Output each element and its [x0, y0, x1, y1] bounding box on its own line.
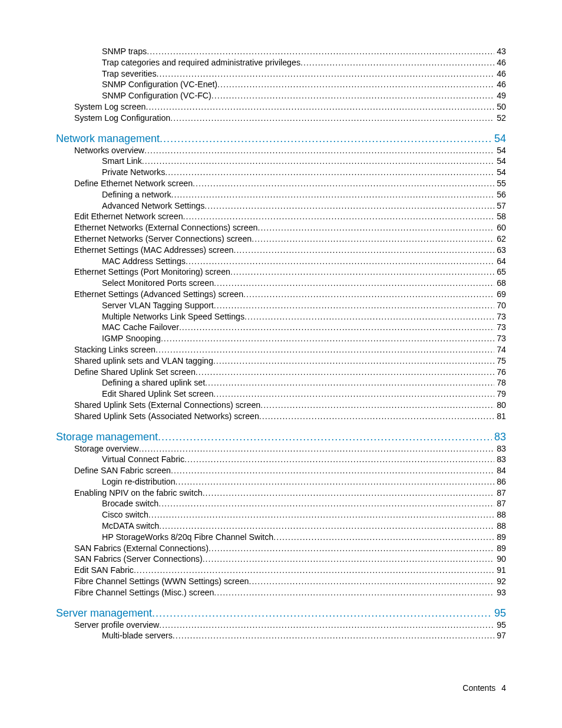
toc-entry-page: 87 — [494, 487, 506, 499]
toc-entry[interactable]: Server management.......................… — [56, 607, 506, 620]
toc-entry[interactable]: SNMP Configuration (VC-FC)..............… — [56, 90, 506, 101]
toc-entry-title: Edit Shared Uplink Set screen — [102, 388, 213, 400]
toc-entry[interactable]: Advanced Network Settings...............… — [56, 200, 506, 212]
toc-entry-page: 54 — [494, 145, 506, 156]
page: SNMP traps..............................… — [0, 0, 562, 728]
toc-entry-title: Login re-distribution — [102, 476, 176, 487]
toc-entry[interactable]: HP StorageWorks 8/20q Fibre Channel Swit… — [56, 532, 506, 543]
toc-leader-dots: ........................................… — [158, 430, 492, 443]
toc-entry[interactable]: Defining a shared uplink set............… — [56, 377, 506, 388]
toc-leader-dots: ........................................… — [186, 256, 494, 267]
toc-entry[interactable]: System Log screen.......................… — [56, 101, 506, 113]
toc-leader-dots: ........................................… — [142, 156, 494, 167]
toc-leader-dots: ........................................… — [209, 543, 494, 554]
toc-entry[interactable]: Multi-blade servers.....................… — [56, 630, 506, 641]
toc-entry-page: 70 — [494, 300, 506, 311]
toc-entry[interactable]: Network management......................… — [56, 132, 506, 145]
toc-entry-title: Fibre Channel Settings (WWN Settings) sc… — [74, 576, 249, 587]
toc-entry[interactable]: Private Networks........................… — [56, 167, 506, 178]
toc-entry[interactable]: MAC Address Settings....................… — [56, 256, 506, 267]
toc-entry[interactable]: Edit Shared Uplink Set screen...........… — [56, 388, 506, 400]
toc-leader-dots: ........................................… — [259, 411, 494, 422]
toc-entry-page: 90 — [494, 554, 506, 565]
toc-leader-dots: ........................................… — [249, 576, 494, 587]
toc-leader-dots: ........................................… — [184, 454, 494, 465]
toc-entry-page: 93 — [494, 587, 506, 598]
toc-entry[interactable]: Defining a network......................… — [56, 189, 506, 200]
toc-entry-title: SNMP traps — [102, 46, 147, 57]
toc-entry[interactable]: Server profile overview.................… — [56, 620, 506, 631]
toc-leader-dots: ........................................… — [300, 57, 494, 68]
toc-entry[interactable]: Networks overview.......................… — [56, 145, 506, 156]
toc-entry-page: 88 — [494, 509, 506, 521]
toc-entry[interactable]: Virtual Connect Fabric..................… — [56, 454, 506, 465]
toc-entry[interactable]: Ethernet Settings (Advanced Settings) sc… — [56, 289, 506, 300]
toc-entry-page: 54 — [492, 132, 506, 145]
toc-entry[interactable]: Fibre Channel Settings (Misc.) screen...… — [56, 587, 506, 598]
toc-entry[interactable]: Edit SAN Fabric.........................… — [56, 565, 506, 576]
toc-entry[interactable]: Ethernet Networks (Server Connections) s… — [56, 233, 506, 245]
toc-entry[interactable]: System Log Configuration................… — [56, 113, 506, 124]
toc-entry-page: 87 — [494, 498, 506, 509]
toc-entry-title: Server management — [56, 607, 152, 620]
toc-leader-dots: ........................................… — [233, 245, 494, 256]
toc-entry[interactable]: Ethernet Networks (External Connections)… — [56, 222, 506, 233]
toc-entry-page: 92 — [494, 576, 506, 587]
toc-entry[interactable]: Cisco switch............................… — [56, 509, 506, 521]
toc-entry[interactable]: Storage management......................… — [56, 430, 506, 443]
toc-entry[interactable]: Define SAN Fabric screen................… — [56, 465, 506, 476]
toc-entry[interactable]: SNMP Configuration (VC-Enet)............… — [56, 79, 506, 90]
toc-entry[interactable]: MAC Cache Failover......................… — [56, 322, 506, 333]
table-of-contents: SNMP traps..............................… — [56, 46, 506, 641]
toc-entry[interactable]: Shared Uplink Sets (External Connections… — [56, 400, 506, 411]
toc-entry[interactable]: Storage overview........................… — [56, 443, 506, 454]
toc-entry-title: Advanced Network Settings — [102, 200, 204, 212]
toc-entry[interactable]: Smart Link..............................… — [56, 156, 506, 167]
toc-leader-dots: ........................................… — [260, 400, 494, 411]
toc-entry[interactable]: IGMP Snooping...........................… — [56, 333, 506, 344]
toc-entry[interactable]: Login re-distribution...................… — [56, 476, 506, 487]
toc-entry[interactable]: SAN Fabrics (Server Connections)........… — [56, 554, 506, 565]
toc-entry[interactable]: Stacking Links screen...................… — [56, 344, 506, 355]
toc-entry[interactable]: Brocade switch..........................… — [56, 498, 506, 509]
toc-entry[interactable]: Trap severities.........................… — [56, 68, 506, 80]
toc-entry-title: Smart Link — [102, 156, 142, 167]
toc-entry-page: 73 — [494, 333, 506, 344]
toc-entry[interactable]: Fibre Channel Settings (WWN Settings) sc… — [56, 576, 506, 587]
toc-entry[interactable]: SNMP traps..............................… — [56, 46, 506, 57]
toc-entry-title: Private Networks — [102, 167, 165, 178]
toc-entry[interactable]: Server VLAN Tagging Support.............… — [56, 300, 506, 311]
toc-entry-title: Ethernet Networks (Server Connections) s… — [74, 233, 252, 245]
toc-entry[interactable]: Define Shared Uplink Set screen.........… — [56, 367, 506, 378]
toc-leader-dots: ........................................… — [213, 355, 494, 367]
toc-entry-page: 60 — [494, 222, 506, 233]
toc-entry[interactable]: Select Monitored Ports screen...........… — [56, 278, 506, 289]
footer-label: Contents — [462, 683, 495, 693]
toc-entry[interactable]: Ethernet Settings (Port Monitoring) scre… — [56, 266, 506, 278]
toc-entry-page: 73 — [494, 311, 506, 322]
toc-entry[interactable]: Edit Ethernet Network screen............… — [56, 211, 506, 222]
toc-entry[interactable]: Enabling NPIV on the fabric switch......… — [56, 487, 506, 499]
toc-leader-dots: ........................................… — [214, 587, 494, 598]
toc-entry[interactable]: Multiple Networks Link Speed Settings...… — [56, 311, 506, 322]
toc-leader-dots: ........................................… — [158, 498, 494, 509]
toc-leader-dots: ........................................… — [257, 222, 494, 233]
toc-leader-dots: ........................................… — [159, 620, 494, 631]
toc-entry[interactable]: SAN Fabrics (External Connections)......… — [56, 543, 506, 554]
toc-entry-title: McDATA switch — [102, 521, 159, 532]
toc-entry-title: Ethernet Settings (Advanced Settings) sc… — [74, 289, 243, 300]
toc-entry[interactable]: Ethernet Settings (MAC Addresses) screen… — [56, 245, 506, 256]
toc-leader-dots: ........................................… — [148, 509, 494, 521]
toc-entry[interactable]: Define Ethernet Network screen..........… — [56, 178, 506, 189]
toc-entry[interactable]: Trap categories and required administrat… — [56, 57, 506, 68]
toc-entry[interactable]: Shared Uplink Sets (Associated Networks)… — [56, 411, 506, 422]
toc-leader-dots: ........................................… — [205, 377, 494, 388]
toc-leader-dots: ........................................… — [203, 487, 495, 499]
toc-entry-title: Defining a network — [102, 189, 171, 200]
toc-entry[interactable]: McDATA switch...........................… — [56, 521, 506, 532]
toc-leader-dots: ........................................… — [147, 46, 494, 57]
toc-leader-dots: ........................................… — [160, 132, 492, 145]
toc-entry[interactable]: Shared uplink sets and VLAN tagging.....… — [56, 355, 506, 367]
toc-entry-title: Multiple Networks Link Speed Settings — [102, 311, 244, 322]
toc-leader-dots: ........................................… — [165, 167, 494, 178]
